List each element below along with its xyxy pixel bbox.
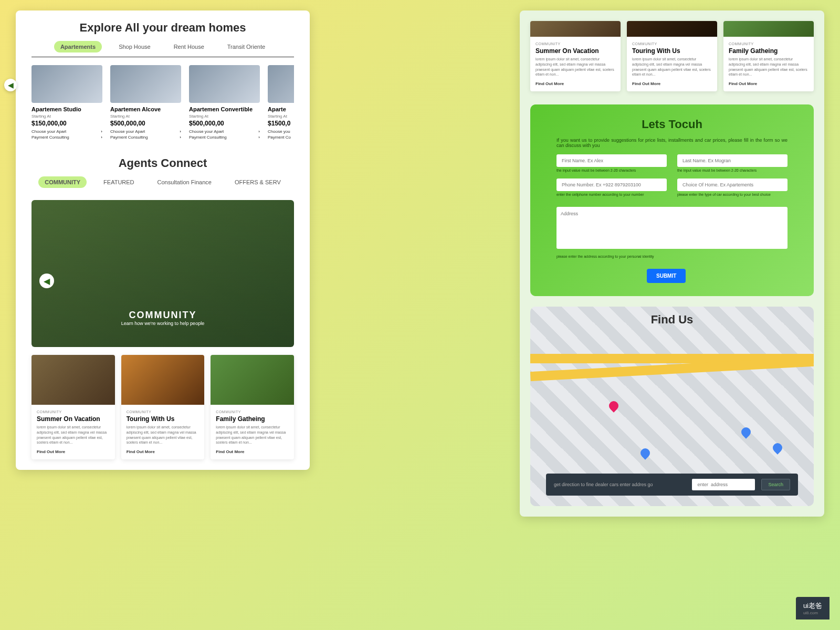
find-out-more-link[interactable]: Find Out More	[536, 81, 615, 86]
card-title: Summer On Vacation	[37, 415, 110, 423]
choice-hint: please enter the type of car according t…	[677, 193, 788, 196]
hero-banner: ◀ COMMUNITY Learn how we're working to h…	[32, 200, 294, 347]
card-image	[211, 355, 294, 405]
carousel-prev-button[interactable]: ◀	[4, 79, 17, 91]
choose-apart-link[interactable]: Choose your Apart›	[110, 129, 181, 134]
card-image	[723, 21, 814, 37]
listing-title: Apartemen Alcove	[110, 106, 181, 112]
article-card: COMMUNITY Family Gatheing lorem ipsum do…	[723, 21, 814, 91]
chevron-left-icon: ◀	[44, 276, 50, 286]
article-card: COMMUNITY Summer On Vacation lorem ipsum…	[32, 355, 115, 459]
choose-apart-link[interactable]: Choose your Apart›	[32, 129, 102, 134]
last-name-input[interactable]	[677, 154, 788, 167]
card-image	[627, 21, 717, 37]
map-prompt: get direction to fine dealer cars enter …	[554, 482, 686, 487]
listing-image	[32, 65, 102, 103]
explore-tabs: Apartements Shop House Rent House Transi…	[32, 41, 294, 57]
form-title: Lets Tocuh	[546, 118, 798, 131]
first-name-input[interactable]	[556, 154, 667, 167]
card-tag: COMMUNITY	[216, 410, 289, 414]
choice-input[interactable]	[677, 178, 788, 191]
choose-apart-link[interactable]: Choose your Apart›	[189, 129, 260, 134]
listing-card: Aparte Starting At $1500,0 Choose you› P…	[268, 65, 294, 141]
article-card: COMMUNITY Touring With Us lorem ipsum do…	[627, 21, 717, 91]
chevron-right-icon: ›	[258, 129, 260, 134]
article-card: COMMUNITY Summer On Vacation lorem ipsum…	[530, 21, 621, 91]
find-out-more-link[interactable]: Find Out More	[632, 81, 712, 86]
explore-title: Explore All your dream homes	[32, 21, 294, 35]
tab-apartements[interactable]: Apartements	[54, 41, 102, 52]
card-title: Touring With Us	[632, 47, 712, 55]
chevron-right-icon: ›	[180, 135, 181, 140]
agents-tabs: COMMUNITY FEATURED Consultation Finance …	[32, 176, 294, 192]
top-cards: COMMUNITY Summer On Vacation lorem ipsum…	[530, 21, 814, 91]
tab-shophouse[interactable]: Shop House	[112, 41, 157, 52]
card-tag: COMMUNITY	[632, 42, 712, 46]
card-tag: COMMUNITY	[37, 410, 110, 414]
address-hint: please enter the address according to yo…	[546, 255, 798, 258]
listing-price: $1500,0	[268, 120, 294, 127]
address-input[interactable]	[556, 207, 788, 249]
left-panel: Explore All your dream homes Apartements…	[16, 10, 310, 470]
chevron-left-icon: ◀	[8, 81, 14, 89]
find-out-more-link[interactable]: Find Out More	[37, 449, 110, 454]
map-title: Find Us	[530, 307, 814, 327]
card-tag: COMMUNITY	[127, 410, 200, 414]
card-desc: lorem ipsum dolor sit amet, consectetur …	[216, 425, 289, 445]
payment-consulting-link[interactable]: Payment Co›	[268, 135, 294, 140]
starting-label: Starting At	[32, 114, 102, 119]
listing-price: $500,000,00	[189, 120, 260, 127]
article-card: COMMUNITY Family Gatheing lorem ipsum do…	[211, 355, 294, 459]
last-name-hint: the input value must be between 2-20 cha…	[677, 169, 788, 172]
listing-image	[268, 65, 294, 103]
find-out-more-link[interactable]: Find Out More	[216, 449, 289, 454]
hero-subtitle: Learn how we're working to help people	[121, 321, 204, 326]
listing-title: Apartemen Convertible	[189, 106, 260, 112]
article-card: COMMUNITY Touring With Us lorem ipsum do…	[121, 355, 205, 459]
tab-offers[interactable]: OFFERS & SERV	[228, 176, 287, 188]
find-out-more-link[interactable]: Find Out More	[127, 449, 200, 454]
form-intro: If you want us to provide suggestions fo…	[546, 138, 798, 148]
listing-price: $150,000,00	[32, 120, 102, 127]
card-desc: lorem ipsum dolor sit amet, consectetur …	[729, 57, 808, 77]
card-title: Summer On Vacation	[536, 47, 615, 55]
watermark-brand: ui老爸	[803, 602, 822, 610]
agents-title: Agents Connect	[32, 156, 294, 170]
payment-consulting-link[interactable]: Payment Consulting›	[189, 135, 260, 140]
starting-label: Starting At	[268, 114, 294, 119]
contact-form: Lets Tocuh If you want us to provide sug…	[530, 104, 814, 296]
listing-price: $500,000,00	[110, 120, 181, 127]
map-address-input[interactable]	[692, 479, 755, 490]
tab-renthouse[interactable]: Rent House	[167, 41, 211, 52]
map-search-bar: get direction to fine dealer cars enter …	[546, 474, 798, 496]
chevron-right-icon: ›	[258, 135, 260, 140]
card-desc: lorem ipsum dolor sit amet, consectetur …	[127, 425, 200, 445]
chevron-right-icon: ›	[101, 135, 102, 140]
watermark: ui老爸 ui8.com	[796, 597, 830, 620]
hero-prev-button[interactable]: ◀	[39, 274, 54, 288]
card-tag: COMMUNITY	[536, 42, 615, 46]
payment-consulting-link[interactable]: Payment Consulting›	[110, 135, 181, 140]
hero-title: COMMUNITY	[129, 310, 197, 321]
tab-transit[interactable]: Transit Oriente	[221, 41, 271, 52]
listing-card: Apartemen Studio Starting At $150,000,00…	[32, 65, 102, 141]
card-title: Touring With Us	[127, 415, 200, 423]
submit-button[interactable]: SUBMIT	[647, 269, 686, 283]
payment-consulting-link[interactable]: Payment Consulting›	[32, 135, 102, 140]
starting-label: Starting At	[189, 114, 260, 119]
phone-input[interactable]	[556, 178, 667, 191]
chevron-right-icon: ›	[101, 129, 102, 134]
tab-featured[interactable]: FEATURED	[97, 176, 140, 188]
right-panel: COMMUNITY Summer On Vacation lorem ipsum…	[520, 10, 824, 517]
tab-community[interactable]: COMMUNITY	[38, 176, 87, 188]
phone-hint: enter the cellphone number according to …	[556, 193, 667, 196]
map-search-button[interactable]: Search	[761, 479, 790, 490]
watermark-url: ui8.com	[803, 611, 822, 615]
choose-apart-link[interactable]: Choose you›	[268, 129, 294, 134]
listing-title: Apartemen Studio	[32, 106, 102, 112]
tab-consultation[interactable]: Consultation Finance	[151, 176, 218, 188]
card-tag: COMMUNITY	[729, 42, 808, 46]
bottom-cards: COMMUNITY Summer On Vacation lorem ipsum…	[32, 355, 294, 459]
card-title: Family Gatheing	[729, 47, 808, 55]
find-out-more-link[interactable]: Find Out More	[729, 81, 808, 86]
